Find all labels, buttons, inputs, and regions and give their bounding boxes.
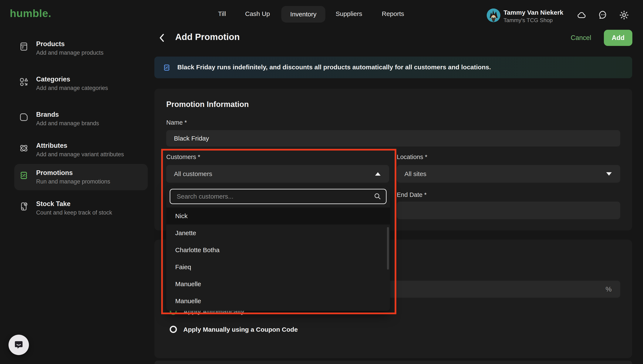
cancel-button[interactable]: Cancel bbox=[571, 34, 591, 42]
sidebar-item-title: Promotions bbox=[36, 169, 73, 177]
next-card-edge bbox=[154, 360, 632, 364]
apply-manually-radio[interactable] bbox=[170, 326, 177, 333]
nav-reports[interactable]: Reports bbox=[382, 10, 404, 18]
stock-take-icon bbox=[19, 201, 29, 212]
sidebar-item-subtitle: Add and manage categories bbox=[36, 85, 108, 92]
sidebar-item-subtitle: Count and keep track of stock bbox=[36, 210, 112, 216]
percent-symbol: % bbox=[606, 285, 612, 293]
chevron-up-icon bbox=[375, 172, 380, 176]
chevron-left-icon bbox=[158, 33, 166, 42]
customer-option[interactable]: Charlotte Botha bbox=[166, 242, 390, 258]
sidebar-item-attributes[interactable]: Attributes Add and manage variant attrib… bbox=[14, 137, 148, 163]
cloud-icon[interactable] bbox=[577, 10, 587, 20]
apply-manually-label[interactable]: Apply Manually using a Coupon Code bbox=[183, 326, 298, 333]
sidebar-item-products[interactable]: Products Add and manage products bbox=[14, 35, 148, 62]
customer-option[interactable]: Nick bbox=[166, 208, 390, 224]
user-name: Tammy Van Niekerk bbox=[504, 9, 563, 16]
end-date-input[interactable] bbox=[397, 202, 620, 219]
user-shop: Tammy's TCG Shop bbox=[504, 17, 553, 24]
customers-dropdown: Nick Janette Charlotte Botha Faieq Manue… bbox=[166, 187, 390, 311]
sidebar-item-title: Brands bbox=[36, 111, 59, 118]
categories-icon bbox=[19, 77, 29, 87]
customer-option[interactable]: Manuelle bbox=[166, 276, 390, 292]
avatar[interactable] bbox=[487, 8, 500, 22]
add-button[interactable]: Add bbox=[604, 30, 632, 46]
customer-option[interactable]: Faieq bbox=[166, 258, 390, 276]
end-date-label: End Date * bbox=[397, 191, 426, 198]
search-icon bbox=[374, 192, 382, 200]
banner-text: Black Friday runs indefinitely, and disc… bbox=[177, 64, 491, 71]
customers-select[interactable]: All customers bbox=[166, 165, 389, 183]
sidebar-item-stock-take[interactable]: Stock Take Count and keep track of stock bbox=[14, 195, 148, 221]
name-input[interactable] bbox=[166, 130, 620, 146]
sidebar-item-title: Stock Take bbox=[36, 200, 70, 208]
sidebar: Products Add and manage products Categor… bbox=[0, 29, 154, 364]
locations-select[interactable]: All sites bbox=[397, 165, 620, 183]
customer-option[interactable]: Manuelle bbox=[166, 292, 390, 310]
gear-icon[interactable] bbox=[619, 10, 630, 20]
page-title: Add Promotion bbox=[175, 32, 240, 42]
sidebar-item-subtitle: Add and manage variant attributes bbox=[36, 151, 124, 158]
customers-select-value: All customers bbox=[174, 170, 212, 178]
customers-label: Customers * bbox=[166, 154, 200, 160]
nav-till[interactable]: Till bbox=[218, 10, 226, 18]
sidebar-item-brands[interactable]: Brands Add and manage brands bbox=[14, 106, 148, 132]
dropdown-scrollbar[interactable] bbox=[387, 227, 389, 270]
nav-inventory[interactable]: Inventory bbox=[281, 6, 325, 22]
sidebar-item-title: Attributes bbox=[36, 142, 67, 150]
name-label: Name * bbox=[166, 119, 187, 126]
promotion-card-title: Promotion Information bbox=[166, 100, 249, 109]
chat-bubble-icon bbox=[13, 339, 24, 350]
customer-search-input[interactable] bbox=[170, 189, 386, 204]
customer-option[interactable]: Janette bbox=[166, 224, 390, 242]
sidebar-item-subtitle: Add and manage products bbox=[36, 50, 104, 56]
locations-select-value: All sites bbox=[404, 170, 426, 178]
nav-suppliers[interactable]: Suppliers bbox=[336, 10, 362, 18]
sidebar-item-title: Categories bbox=[36, 76, 70, 83]
avatar-image bbox=[487, 8, 500, 22]
sidebar-item-promotions[interactable]: Promotions Run and manage promotions bbox=[14, 164, 148, 190]
locations-label: Locations * bbox=[397, 154, 428, 160]
sidebar-item-title: Products bbox=[36, 40, 65, 48]
logo[interactable]: humble. bbox=[10, 7, 51, 20]
attributes-icon bbox=[19, 143, 29, 153]
chat-icon[interactable] bbox=[598, 10, 608, 20]
promotions-icon bbox=[19, 170, 29, 180]
promo-ticket-icon bbox=[162, 63, 171, 72]
sidebar-item-subtitle: Run and manage promotions bbox=[36, 178, 110, 185]
brands-icon bbox=[19, 112, 29, 122]
chevron-down-icon bbox=[606, 172, 612, 176]
products-icon bbox=[19, 42, 29, 52]
nav-cash-up[interactable]: Cash Up bbox=[245, 10, 270, 18]
chat-launcher-button[interactable] bbox=[8, 335, 29, 355]
app-window: humble. Till Cash Up Inventory Suppliers… bbox=[0, 0, 643, 364]
topbar: humble. Till Cash Up Inventory Suppliers… bbox=[0, 0, 643, 29]
sidebar-item-categories[interactable]: Categories Add and manage categories bbox=[14, 70, 148, 97]
sidebar-item-subtitle: Add and manage brands bbox=[36, 120, 99, 127]
back-button[interactable] bbox=[158, 33, 168, 43]
